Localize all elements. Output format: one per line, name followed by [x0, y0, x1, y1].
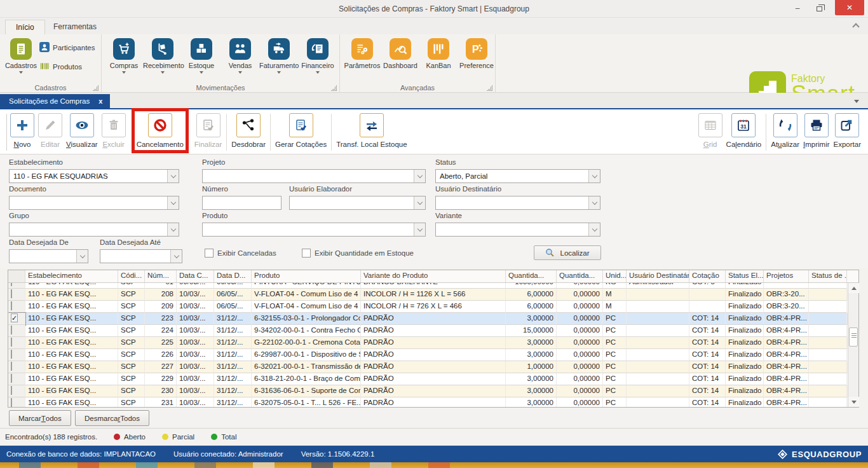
ribbon-button-faturamento[interactable]: Faturamento [259, 37, 299, 74]
column-header-Usuário Destinatário[interactable]: Usuário Destinatário [627, 270, 689, 282]
table-row-208[interactable]: 110 - EG FAK ESQ...SCP20810/03/...06/05/… [8, 289, 848, 301]
taskbar-app-icon[interactable] [78, 462, 99, 468]
table-row-61[interactable]: 110 - EG FAK ESQ...SCP6109/03/...09/03/.… [8, 283, 848, 289]
usuario-destinatario-select[interactable] [435, 196, 600, 210]
table-row-231[interactable]: 110 - EG FAK ESQ...SCP23110/03/...31/12/… [8, 397, 848, 407]
table-row-226[interactable]: 110 - EG FAK ESQ...SCP22610/03/...31/12/… [8, 349, 848, 361]
column-header-Status de ...[interactable]: Status de ... [809, 270, 847, 282]
ribbon-button-vendas[interactable]: Vendas [220, 37, 260, 74]
dialog-launcher-icon[interactable] [93, 85, 98, 91]
row-checkbox[interactable] [11, 301, 12, 310]
combo-dropdown-icon[interactable] [414, 223, 425, 236]
taskbar-app-icon[interactable] [428, 462, 450, 468]
table-row-209[interactable]: 110 - EG FAK ESQ...SCP20910/03/...06/05/… [8, 301, 848, 313]
taskbar-app-icon[interactable] [194, 462, 216, 468]
column-header-Códi...[interactable]: Códi... [118, 270, 145, 282]
combo-dropdown-icon[interactable] [167, 170, 179, 182]
dialog-launcher-icon[interactable] [331, 85, 337, 91]
row-checkbox[interactable] [11, 386, 12, 395]
ribbon-collapse-icon[interactable] [853, 24, 859, 30]
ribbon-button-dashboard[interactable]: Dashboard [381, 37, 420, 69]
combo-dropdown-icon[interactable] [414, 170, 425, 182]
tab-solicitacoes-de-compras[interactable]: Solicitações de Compras x [0, 94, 110, 108]
column-header-Estabelecimento[interactable]: Estabelecimento [25, 270, 118, 282]
column-header-Quantida...[interactable]: Quantida... [557, 270, 603, 282]
taskbar-app-icon[interactable] [253, 462, 275, 468]
ribbon-button-kanban[interactable]: KanBan [419, 37, 458, 69]
column-header-Data C...[interactable]: Data C... [177, 270, 214, 282]
dialog-launcher-icon[interactable] [487, 85, 492, 91]
combo-dropdown-icon[interactable] [588, 170, 600, 182]
row-checkbox[interactable] [11, 283, 12, 286]
ribbon-button-recebimento[interactable]: Recebimento [143, 37, 182, 74]
toolbar-button-cancelamento[interactable]: Cancelamento [137, 113, 184, 148]
toolbar-button-atualizar[interactable]: Atualizar [771, 113, 799, 148]
row-checkbox[interactable] [11, 350, 12, 359]
taskbar-app-icon[interactable] [19, 462, 41, 468]
row-checkbox[interactable] [11, 338, 12, 347]
minimize-button[interactable]: – [788, 0, 807, 17]
toolbar-button-novo[interactable]: Novo [10, 113, 34, 148]
toolbar-button-calend-rio[interactable]: 31Calendário [726, 113, 762, 148]
combo-dropdown-icon[interactable] [414, 196, 425, 209]
usuario-elaborador-select[interactable] [289, 196, 426, 210]
table-row-227[interactable]: 110 - EG FAK ESQ...SCP22710/03/...31/12/… [8, 361, 848, 373]
table-row-225[interactable]: 110 - EG FAK ESQ...SCP22510/03/...31/12/… [8, 337, 848, 349]
row-checkbox[interactable]: ✓ [11, 313, 18, 322]
scroll-up-icon[interactable] [848, 283, 859, 293]
column-header-Produto[interactable]: Produto [252, 270, 361, 282]
ribbon-button-cadastros[interactable]: Cadastros [1, 37, 41, 74]
table-row-230[interactable]: 110 - EG FAK ESQ...SCP23010/03/...31/12/… [8, 385, 848, 397]
toolbar-button-exportar[interactable]: Exportar [834, 113, 861, 148]
exibir-qtde-checkbox[interactable]: Exibir Quantidade em Estoque [302, 249, 414, 258]
windows-taskbar[interactable] [0, 462, 868, 468]
table-row-224[interactable]: 110 - EG FAK ESQ...SCP22410/03/...31/12/… [8, 325, 848, 337]
combo-dropdown-icon[interactable] [588, 196, 600, 209]
taskbar-app-icon[interactable] [370, 462, 391, 468]
row-checkbox[interactable] [11, 289, 12, 298]
ribbon-button-financeiro[interactable]: Financeiro [298, 37, 337, 74]
restore-button[interactable] [810, 0, 829, 17]
row-checkbox[interactable] [11, 374, 12, 383]
close-tab-icon[interactable]: x [98, 97, 102, 105]
taskbar-app-icon[interactable] [311, 462, 333, 468]
close-button[interactable]: ✕ [835, 0, 864, 15]
combo-dropdown-icon[interactable] [167, 223, 179, 236]
produto-select[interactable] [202, 223, 426, 237]
table-row-229[interactable]: 110 - EG FAK ESQ...SCP22910/03/...31/12/… [8, 373, 848, 385]
scroll-down-icon[interactable] [848, 397, 859, 407]
column-header-Status El...[interactable]: Status El... [726, 270, 764, 282]
projeto-select[interactable] [202, 169, 426, 183]
variante-select[interactable] [435, 223, 600, 237]
ribbon-button-preference[interactable]: PPreference [457, 37, 496, 69]
toolbar-button-desdobrar[interactable]: Desdobrar [231, 113, 266, 148]
row-checkbox[interactable] [11, 326, 12, 334]
column-header-Núm...[interactable]: Núm... [145, 270, 177, 282]
combo-dropdown-icon[interactable] [167, 196, 179, 209]
vertical-scrollbar[interactable] [848, 283, 858, 407]
desmarcar-todos-button[interactable]: Desmarcar Todos [75, 410, 149, 426]
documento-select[interactable] [9, 196, 179, 210]
tab-list-dropdown-icon[interactable] [854, 100, 859, 103]
row-checkbox[interactable] [11, 362, 12, 371]
data-ate-select[interactable] [100, 249, 182, 263]
column-header-Unid...[interactable]: Unid... [603, 270, 627, 282]
ribbon-button-produtos[interactable]: Produtos [39, 61, 82, 72]
tab-inicio[interactable]: Início [5, 20, 45, 34]
ribbon-button-participantes[interactable]: Participantes [39, 42, 95, 53]
localizar-button[interactable]: Localizar [534, 245, 601, 260]
grupo-select[interactable] [9, 223, 179, 237]
tab-ferramentas[interactable]: Ferramentas [43, 20, 107, 34]
data-de-select[interactable] [9, 249, 88, 263]
column-header-Variante do Produto[interactable]: Variante do Produto [361, 270, 506, 282]
column-header-select[interactable] [8, 270, 25, 282]
ribbon-button-parametros[interactable]: Parâmetros [342, 37, 382, 69]
toolbar-button-visualizar[interactable]: Visualizar [66, 113, 98, 148]
toolbar-button-imprimir[interactable]: Imprimir [803, 113, 830, 148]
ribbon-button-compras[interactable]: Compras [104, 37, 144, 74]
scrollbar-thumb[interactable] [849, 327, 858, 347]
toolbar-button-gerar-cota-es[interactable]: Gerar Cotações [275, 113, 327, 148]
ribbon-button-estoque[interactable]: Estoque [182, 37, 221, 74]
taskbar-app-icon[interactable] [136, 462, 158, 468]
column-header-Projetos[interactable]: Projetos [764, 270, 809, 282]
